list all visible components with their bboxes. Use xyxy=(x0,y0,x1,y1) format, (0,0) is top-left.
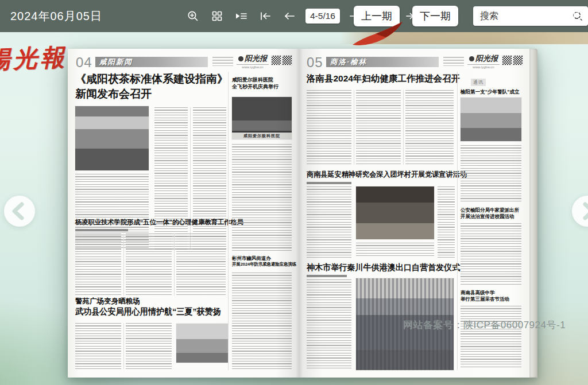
column-rule xyxy=(403,90,404,165)
icp-record-number: 网站备案号：陕ICP备06007924号-1 xyxy=(403,318,566,332)
issue-date: 2024年06月05日 xyxy=(10,9,102,24)
article-text xyxy=(307,90,351,165)
photo-caption: 咸阳爱尔眼科医院 xyxy=(232,133,292,139)
article-headline-flood-2: 开展2024年防汛紧急避险应急演练 xyxy=(232,262,296,267)
next-issue-button[interactable]: 下一期 xyxy=(412,6,458,26)
qr-code xyxy=(502,55,512,65)
article-text xyxy=(356,243,434,258)
article-text xyxy=(461,145,521,203)
article-headline-police: 武功县公安局用心用情护航“三夏”获赞扬 xyxy=(75,306,221,317)
previous-page-icon[interactable] xyxy=(283,9,296,23)
masthead-logo-text: 阳光报 xyxy=(475,53,498,64)
page-number: 05 xyxy=(307,55,323,71)
search-box xyxy=(473,6,588,26)
search-input[interactable] xyxy=(479,10,572,22)
epaper-viewer: { "toolbar": { "date": "2024年06月05日", "p… xyxy=(0,0,588,385)
article-photo-eye: 咸阳爱尔眼科医院 xyxy=(232,97,292,139)
column-rule xyxy=(354,90,354,165)
article-text xyxy=(176,234,226,295)
article-headline-eye-1: 咸阳爱尔眼科医院 xyxy=(232,76,273,83)
section-banner: 商洛·榆林 xyxy=(326,57,439,67)
prev-spread-button[interactable] xyxy=(4,196,35,227)
article-photo-lecture xyxy=(356,186,434,239)
masthead-logo: 阳光报 www.iygbw.cn xyxy=(237,53,269,69)
article-text xyxy=(405,90,454,165)
article-text xyxy=(75,234,121,295)
article-text xyxy=(307,279,351,370)
article-text xyxy=(356,90,401,165)
article-photo-police xyxy=(176,324,228,363)
article-text xyxy=(461,306,521,369)
zoom-in-icon[interactable] xyxy=(186,9,200,23)
article-headline-law-2: 开展法治宣传进校园活动 xyxy=(461,213,514,220)
section-tag: 通讯 xyxy=(471,79,486,86)
article-headline-law-1: 公安榆阳分局牛家梁派出所 xyxy=(461,207,519,213)
edition-info-text xyxy=(443,57,464,66)
article-text xyxy=(75,323,121,369)
article-text xyxy=(461,223,521,285)
column-rule xyxy=(190,107,191,250)
article-text xyxy=(126,234,172,295)
article-headline-beef: 神木市举行秦川牛供港澳出口自营首发仪式 xyxy=(307,262,460,273)
article-text xyxy=(232,144,292,251)
article-photo-conference xyxy=(75,106,149,170)
column-rule xyxy=(174,234,175,295)
next-spread-button[interactable] xyxy=(572,196,588,227)
section-banner: 咸阳新闻 xyxy=(95,57,208,67)
column-rule xyxy=(123,323,124,369)
background-masthead-calligraphy: 陽光報 xyxy=(0,41,68,76)
qr-code xyxy=(282,55,292,65)
article-headline-eye-2: 全飞秒开机庆典举行 xyxy=(232,83,278,90)
chevron-right-icon xyxy=(572,196,588,227)
article-headline-lead: 《咸阳茯茶标准体系建设指南》新闻发布会召开 xyxy=(75,72,233,102)
article-text xyxy=(193,107,226,250)
article-text xyxy=(126,323,172,369)
article-byline xyxy=(307,275,347,277)
article-photo-police-youth xyxy=(461,98,521,141)
qr-code xyxy=(513,55,523,65)
article-headline-flood-1: 彬州市豳风街道办 xyxy=(232,255,271,262)
edition-info-text xyxy=(212,57,233,66)
masthead-logo: 阳光报 www.iygbw.cn xyxy=(467,53,500,69)
masthead-website: www.iygbw.cn xyxy=(467,64,500,69)
page-indicator[interactable]: 4-5/16 xyxy=(305,9,340,24)
article-text xyxy=(232,273,292,369)
article-headline-lecture: 商南县延安精神研究会深入团坪村开展党课宣讲活动 xyxy=(307,170,467,180)
qr-code xyxy=(271,55,281,65)
newspaper-page-left[interactable]: 04 咸阳新闻 阳光报 www.iygbw.cn 《咸阳茯茶标准体系建设指南》新… xyxy=(68,49,299,378)
chevron-left-icon xyxy=(4,196,35,227)
article-headline-police-youth: 榆阳第一支“少年警队”成立 xyxy=(461,89,520,95)
article-headline-school-1: 商南县高级中学 xyxy=(461,290,495,296)
prev-issue-button[interactable]: 上一期 xyxy=(354,6,400,26)
first-page-icon[interactable] xyxy=(258,9,272,23)
masthead-logo-text: 阳光报 xyxy=(245,53,267,64)
column-rule xyxy=(228,72,229,370)
column-rule xyxy=(123,234,124,295)
toolbar: 2024年06月05日 4-5/16 上一期 xyxy=(0,0,588,32)
article-byline xyxy=(75,229,128,231)
article-headline-health: 洛南县2024年妇幼健康工作推进会召开 xyxy=(307,73,460,84)
background-photo-band xyxy=(340,32,588,44)
article-byline xyxy=(307,182,351,184)
masthead-seal-icon xyxy=(469,56,474,61)
article-headline-school-2: 举行第三届采杏节活动 xyxy=(461,296,509,302)
masthead-seal-icon xyxy=(238,56,243,61)
article-kicker-police: 警苑广场变身晒粮场 xyxy=(75,297,140,306)
article-text xyxy=(154,107,188,250)
auto-flip-icon[interactable] xyxy=(234,9,248,23)
article-headline-youth: 杨凌职业技术学院形成“五位一体”的心理健康教育工作格局 xyxy=(75,218,243,226)
masthead-website: www.iygbw.cn xyxy=(237,64,269,69)
calendar-icon[interactable] xyxy=(573,9,588,25)
thumbnail-grid-icon[interactable] xyxy=(210,9,224,23)
article-text xyxy=(438,186,455,258)
page-number: 04 xyxy=(76,55,92,71)
article-text xyxy=(307,186,351,258)
